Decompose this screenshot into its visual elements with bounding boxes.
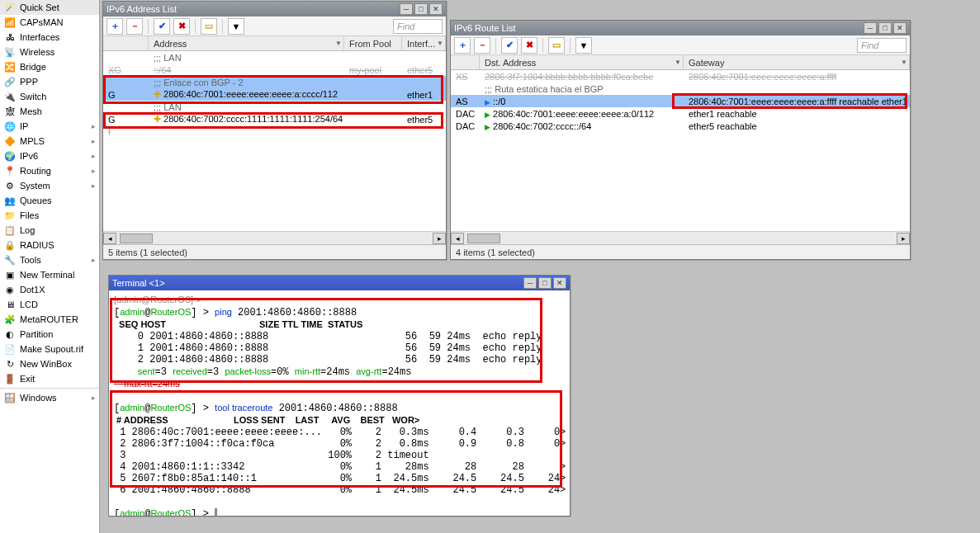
grid-body[interactable]: ;;; LANXG::/64my-poolether5;;; Enlace co… [103,51,446,231]
col-dst-address[interactable]: Dst. Address▼ [480,55,684,69]
filter-button[interactable]: ▼ [228,18,244,35]
sidebar-item-label: IP [20,121,28,131]
sidebar-item-label: MetaROUTER [20,314,78,324]
col-gateway[interactable]: Gateway▼ [684,55,910,69]
sidebar-item-partition[interactable]: ◐Partition [0,327,99,342]
disable-button[interactable]: ✖ [173,18,190,35]
enable-button[interactable]: ✔ [154,18,170,35]
sidebar-item-wireless[interactable]: 📡Wireless [0,45,99,59]
sidebar-item-label: Exit [20,374,35,384]
remove-button[interactable]: － [474,37,490,54]
table-row[interactable]: XG::/64my-poolether5 [103,64,446,76]
disable-button[interactable]: ✖ [521,37,537,54]
remove-button[interactable]: － [126,18,143,35]
sidebar-item-ip[interactable]: 🌐IP▸ [0,119,99,134]
table-row[interactable]: ;;; Enlace con BGP - 2 [103,76,446,88]
add-button[interactable]: ＋ [454,37,471,54]
sidebar-item-windows[interactable]: 🪟Windows▸ [0,390,99,405]
sidebar-item-label: New Terminal [20,270,74,280]
minimize-button[interactable]: ─ [400,3,413,15]
col-from-pool[interactable]: From Pool [344,36,402,50]
titlebar[interactable]: IPv6 Route List ─ □ ✕ [451,21,910,35]
menu-icon: 📋 [3,224,17,237]
sidebar-item-interfaces[interactable]: 🖧Interfaces [0,30,99,45]
toolbar: ＋ － ✔ ✖ ▭ ▼ Find [451,35,910,55]
table-row[interactable]: I [103,125,446,138]
sidebar-item-log[interactable]: 📋Log [0,223,99,238]
find-input[interactable]: Find [857,38,907,53]
sidebar-item-system[interactable]: ⚙System▸ [0,178,99,193]
table-row[interactable]: DAC▶ 2806:40c:7001:eeee:eeee:eeee:a:0/11… [451,107,910,120]
sidebar-item-label: System [20,181,50,191]
sidebar-item-label: LCD [20,300,38,309]
table-row[interactable]: ;;; LAN [103,101,446,113]
table-row[interactable]: AS▶ ::/02806:40c:7001:eeee:eeee:eeee:a:f… [451,95,910,107]
col-address[interactable]: Address▼ [149,36,344,50]
maximize-button[interactable]: □ [878,22,892,34]
table-row[interactable]: G✚ 2806:40c:7002:cccc:1111:1111:1111:254… [103,113,446,125]
close-button[interactable]: ✕ [429,3,443,15]
window-title: IPv6 Address List [107,4,177,14]
submenu-arrow-icon: ▸ [92,137,96,145]
sidebar-item-mesh[interactable]: 🕸Mesh [0,104,99,119]
close-button[interactable]: ✕ [893,22,907,34]
maximize-button[interactable]: □ [414,3,428,15]
add-button[interactable]: ＋ [107,18,123,35]
menu-icon: 🧩 [3,313,17,326]
grid-header: Address▼ From Pool Interf...▼ [103,36,446,51]
sidebar-item-radius[interactable]: 🔒RADIUS [0,238,99,252]
sidebar-item-files[interactable]: 📁Files [0,208,99,223]
maximize-button[interactable]: □ [538,277,552,289]
comment-button[interactable]: ▭ [201,18,217,35]
menu-icon: ⚙ [3,179,17,192]
h-scrollbar[interactable]: ◂▸ [103,231,446,244]
sidebar-item-exit[interactable]: 🚪Exit [0,371,99,386]
menu-icon: 🔌 [3,90,17,103]
h-scrollbar[interactable]: ◂▸ [451,231,910,244]
sidebar-item-tools[interactable]: 🔧Tools▸ [0,252,99,267]
sidebar-item-ppp[interactable]: 🔗PPP [0,74,99,89]
titlebar[interactable]: IPv6 Address List ─ □ ✕ [103,2,446,17]
table-row[interactable]: ;;; LAN [103,51,446,64]
comment-button[interactable]: ▭ [548,37,565,54]
close-button[interactable]: ✕ [553,277,566,289]
sidebar-item-label: CAPsMAN [20,17,64,27]
sidebar-item-switch[interactable]: 🔌Switch [0,89,99,104]
submenu-arrow-icon: ▸ [92,394,96,402]
sidebar-item-routing[interactable]: 📍Routing▸ [0,163,99,178]
col-interface[interactable]: Interf...▼ [402,36,446,50]
enable-button[interactable]: ✔ [501,37,518,54]
sidebar-item-new-terminal[interactable]: ▣New Terminal [0,267,99,282]
table-row[interactable]: XS2806:3f7:1004:bbbb:bbbb:bbbb:f0ca:bebe… [451,70,910,83]
menu-icon: 🔗 [3,75,17,88]
sidebar-item-quick-set[interactable]: 🪄Quick Set [0,0,99,15]
sidebar-item-dot1x[interactable]: ◉Dot1X [0,282,99,297]
table-row[interactable]: DAC▶ 2806:40c:7002:cccc::/64ether5 reach… [451,120,910,132]
submenu-arrow-icon: ▸ [92,122,96,130]
sidebar-item-queues[interactable]: 👥Queues [0,193,99,208]
sidebar-item-new-winbox[interactable]: ↻New WinBox [0,356,99,371]
sidebar-item-metarouter[interactable]: 🧩MetaROUTER [0,312,99,327]
sidebar-item-capsman[interactable]: 📶CAPsMAN [0,15,99,30]
terminal-body[interactable]: [admin@RouterOS] > [admin@RouterOS] > pi… [109,290,570,516]
minimize-button[interactable]: ─ [523,277,537,289]
filter-button[interactable]: ▼ [575,37,592,54]
menu-icon: ↻ [3,357,17,370]
table-row[interactable]: ;;; Ruta estatica hacia el BGP [451,83,910,95]
sidebar-item-lcd[interactable]: 🖥LCD [0,297,99,312]
table-row[interactable]: G✚ 2806:40c:7001:eeee:eeee:eeee:a:cccc/1… [103,88,446,101]
sidebar-item-label: MPLS [20,136,45,146]
submenu-arrow-icon: ▸ [92,256,96,264]
minimize-button[interactable]: ─ [864,22,877,34]
sidebar-item-make-supout.rif[interactable]: 📄Make Supout.rif [0,342,99,356]
sidebar-item-ipv6[interactable]: 🌍IPv6▸ [0,149,99,163]
toolbar: ＋ － ✔ ✖ ▭ ▼ Find [103,17,446,36]
sidebar-item-bridge[interactable]: 🔀Bridge [0,59,99,74]
sidebar-item-label: RADIUS [20,240,54,250]
sidebar-item-label: Wireless [20,47,54,57]
find-input[interactable]: Find [393,19,443,34]
menu-icon: 🖧 [3,31,17,44]
titlebar[interactable]: Terminal <1> ─ □ ✕ [109,276,570,290]
grid-body[interactable]: XS2806:3f7:1004:bbbb:bbbb:bbbb:f0ca:bebe… [451,70,910,231]
sidebar-item-mpls[interactable]: 🔶MPLS▸ [0,134,99,149]
